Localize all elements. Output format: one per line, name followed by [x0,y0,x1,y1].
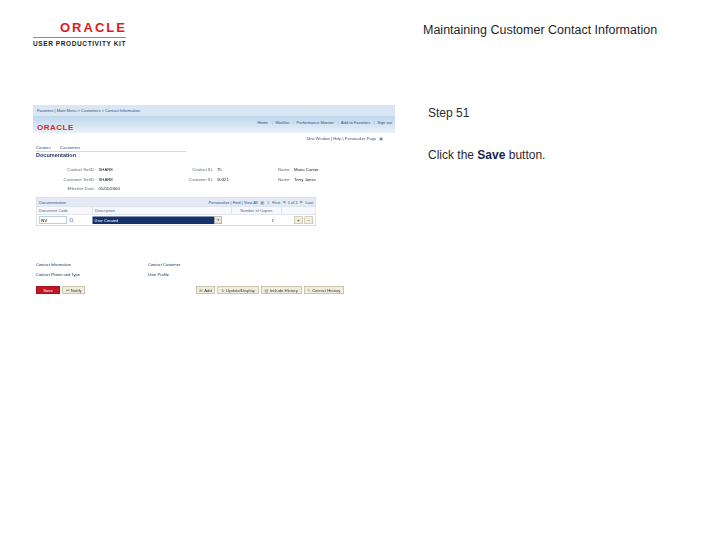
update-display-icon: ↻ [221,288,224,293]
breadcrumb[interactable]: Favorites | Main Menu > Customers > Cont… [33,105,395,116]
document-code-cell [39,217,93,224]
instruction-pre: Click the [428,148,474,162]
header-links: Home Worklist Performance Monitor Add to… [257,120,392,125]
customer-name-label: Name: [265,175,291,185]
grid-title: Documentation [39,200,66,205]
component-tabs: Contact Customers [36,145,186,152]
grid-titlebar: Documentation Personalize | Find | View … [37,198,316,207]
description-dropdown[interactable]: User Created ▼ [93,216,223,224]
include-history-label: Include History [270,288,298,293]
contact-phone-and-type-link[interactable]: Contact Phone and Type [36,272,144,277]
notify-label: Notify [71,288,82,293]
column-row-actions [282,207,316,214]
page-utility-links[interactable]: New Window | Help | Personalize Page [307,136,376,141]
upk-logo-subtext: USER PRODUCTIVITY KIT [33,40,126,47]
contact-information-link[interactable]: Contact Information [36,262,144,267]
field-row: Contact SetID: SHARE Contact ID: 75 Name… [36,165,386,175]
contact-name-label: Name: [265,165,291,175]
column-document-code: Document Code [37,207,93,214]
related-links-column-1: Contact Information Contact Phone and Ty… [36,262,144,282]
instruction-text: Click the Save button. [428,148,545,162]
grid-row: User Created ▼ 1 + − [37,215,316,226]
dropdown-arrow-icon[interactable]: ▼ [215,216,223,224]
instruction-target: Save [477,148,505,162]
notify-icon: ✉ [66,288,69,293]
description-cell: User Created ▼ [93,216,230,224]
contact-setid-label: Contact SetID: [36,165,95,175]
contact-name-value: Maria Cantor [294,165,319,175]
customer-id-label: Customer ID: [166,175,214,185]
step-label: Step 51 [428,106,469,120]
dropdown-selected-value: User Created [93,216,215,224]
home-link[interactable]: Home [257,120,268,125]
new-window-icon[interactable]: ▣ [379,136,383,141]
add-row-button[interactable]: + [294,216,303,224]
pager-first-label[interactable]: First [272,200,280,205]
tab-contact[interactable]: Contact [36,145,51,150]
field-row: Effective Date: 01/01/2000 [36,184,386,194]
update-display-label: Update/Display [226,288,255,293]
save-button[interactable]: Save [36,286,60,294]
page-toolbar: Save ✉ Notify ⊞ Add ↻ Update/Display ▤ I… [36,286,344,294]
add-to-favorites-link[interactable]: Add to Favorites [335,120,370,125]
key-fields: Contact SetID: SHARE Contact ID: 75 Name… [36,165,386,194]
effective-date-label: Effective Date: [36,184,95,194]
notify-button[interactable]: ✉ Notify [63,286,86,294]
worklist-link[interactable]: Worklist [269,120,289,125]
correct-history-icon: ✎ [307,288,310,293]
oracle-upk-logo: ORACLE USER PRODUCTIVITY KIT [33,20,126,47]
user-profile-link[interactable]: User Profile [148,272,256,277]
column-description: Description [93,207,232,214]
customer-setid-label: Customer SetID: [36,175,95,185]
oracle-logo-text: ORACLE [60,20,126,35]
performance-monitor-link[interactable]: Performance Monitor [290,120,333,125]
delete-row-button[interactable]: − [305,216,314,224]
contact-id-value: 75 [217,165,265,175]
pager-last-label[interactable]: Last [305,200,313,205]
pager-position: 1 of 1 [288,200,298,205]
pager-prev-icon[interactable]: ◀ [283,200,286,204]
grid-toolbar: Personalize | Find | View All ▦ ⇓ First … [208,200,313,205]
customer-id-value: 50321 [217,175,265,185]
add-label: Add [204,288,212,293]
include-history-icon: ▤ [264,288,268,293]
include-history-button[interactable]: ▤ Include History [261,286,301,294]
add-button[interactable]: ⊞ Add [196,286,215,294]
contact-customer-link[interactable]: Contact Customer [148,262,256,267]
correct-history-label: Correct History [312,288,340,293]
documentation-grid: Documentation Personalize | Find | View … [36,197,316,226]
row-actions-cell: + − [279,216,313,224]
customer-name-value: Terry Jones [294,175,316,185]
correct-history-button[interactable]: ✎ Correct History [304,286,344,294]
logo-divider [33,37,126,38]
contact-setid-value: SHARE [99,165,167,175]
lookup-icon[interactable] [69,217,75,223]
add-icon: ⊞ [199,288,202,293]
lesson-title: Maintaining Customer Contact Information [423,23,657,37]
instruction-post: button. [509,148,546,162]
copies-cell: 1 [229,218,279,223]
peoplesoft-oracle-logo: ORACLE [37,123,74,132]
page-utility-bar: New Window | Help | Personalize Page ▣ [307,136,383,141]
column-number-of-copies: Number of Copies [232,207,282,214]
embedded-screenshot: Favorites | Main Menu > Customers > Cont… [33,105,395,302]
grid-toolbar-links[interactable]: Personalize | Find | View All [208,200,257,205]
customer-setid-value: SHARE [99,175,167,185]
field-row: Customer SetID: SHARE Customer ID: 50321… [36,175,386,185]
download-icon[interactable]: ⇓ [266,200,269,205]
peoplesoft-header: ORACLE Home Worklist Performance Monitor… [33,116,395,133]
update-display-button[interactable]: ↻ Update/Display [218,286,259,294]
grid-view-icon[interactable]: ▦ [260,200,264,205]
effective-date-value: 01/01/2000 [99,184,167,194]
ps-page-title: Documentation [36,152,76,158]
sign-out-link[interactable]: Sign out [371,120,392,125]
contact-id-label: Contact ID: [166,165,214,175]
grid-column-headers: Document Code Description Number of Copi… [37,207,316,215]
tab-customers[interactable]: Customers [60,145,81,150]
pager-next-icon[interactable]: ▶ [300,200,303,204]
document-code-input[interactable] [39,217,67,224]
related-links-column-2: Contact Customer User Profile [148,262,256,282]
